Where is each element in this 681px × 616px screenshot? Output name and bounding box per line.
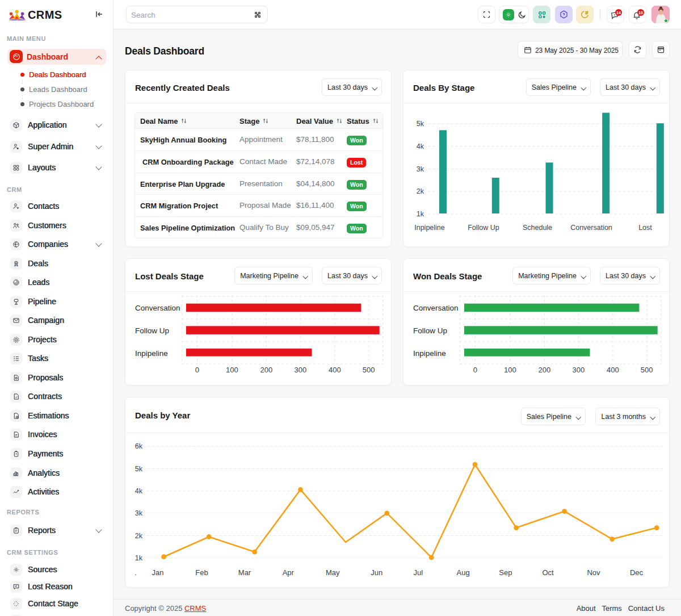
svg-text:0: 0 (473, 366, 477, 374)
svg-text:200: 200 (539, 366, 551, 374)
svg-text:100: 100 (504, 366, 516, 374)
svg-text:Oct: Oct (542, 568, 554, 577)
svg-text:200: 200 (260, 366, 273, 374)
svg-text:400: 400 (329, 366, 341, 374)
svg-text:500: 500 (641, 366, 653, 374)
svg-text:2k: 2k (135, 532, 143, 540)
svg-text:4k: 4k (135, 487, 143, 495)
svg-text:6k: 6k (135, 442, 143, 450)
svg-text:Mar: Mar (238, 568, 251, 577)
svg-text:3k: 3k (417, 165, 424, 173)
svg-text:300: 300 (294, 366, 306, 374)
svg-text:1k: 1k (135, 554, 143, 562)
svg-text:5k: 5k (417, 120, 424, 128)
svg-text:Dec: Dec (630, 568, 644, 577)
svg-text:2k: 2k (417, 187, 424, 195)
svg-text:Conversation: Conversation (135, 304, 180, 312)
svg-text:Lost: Lost (638, 224, 652, 232)
svg-text:Jun: Jun (371, 568, 382, 577)
svg-text:3k: 3k (135, 509, 143, 517)
svg-text:Feb: Feb (195, 568, 208, 577)
svg-text:Follow Up: Follow Up (135, 326, 169, 335)
svg-text:Follow Up: Follow Up (413, 326, 447, 335)
svg-text:100: 100 (226, 366, 238, 374)
svg-text:5k: 5k (135, 465, 143, 473)
svg-text:.: . (134, 568, 137, 577)
svg-text:0: 0 (195, 366, 199, 374)
svg-text:Conversation: Conversation (413, 304, 459, 312)
svg-text:Apr: Apr (283, 568, 295, 577)
svg-text:Sep: Sep (499, 568, 512, 577)
svg-text:Conversation: Conversation (570, 224, 612, 232)
svg-text:4k: 4k (417, 143, 424, 150)
svg-text:Inpipeline: Inpipeline (414, 224, 445, 232)
svg-text:Inpipeline: Inpipeline (135, 349, 168, 358)
svg-text:May: May (326, 568, 340, 577)
svg-text:Jan: Jan (152, 568, 164, 577)
svg-text:Schedule: Schedule (523, 224, 552, 232)
svg-text:300: 300 (572, 366, 585, 374)
svg-text:400: 400 (607, 366, 619, 374)
svg-text:Follow Up: Follow Up (468, 224, 499, 232)
svg-text:Nov: Nov (587, 568, 600, 577)
svg-text:Aug: Aug (457, 568, 470, 577)
svg-text:Inpipeline: Inpipeline (413, 349, 446, 358)
svg-text:Jul: Jul (414, 568, 423, 577)
svg-text:500: 500 (363, 366, 375, 374)
svg-text:1k: 1k (417, 210, 424, 218)
